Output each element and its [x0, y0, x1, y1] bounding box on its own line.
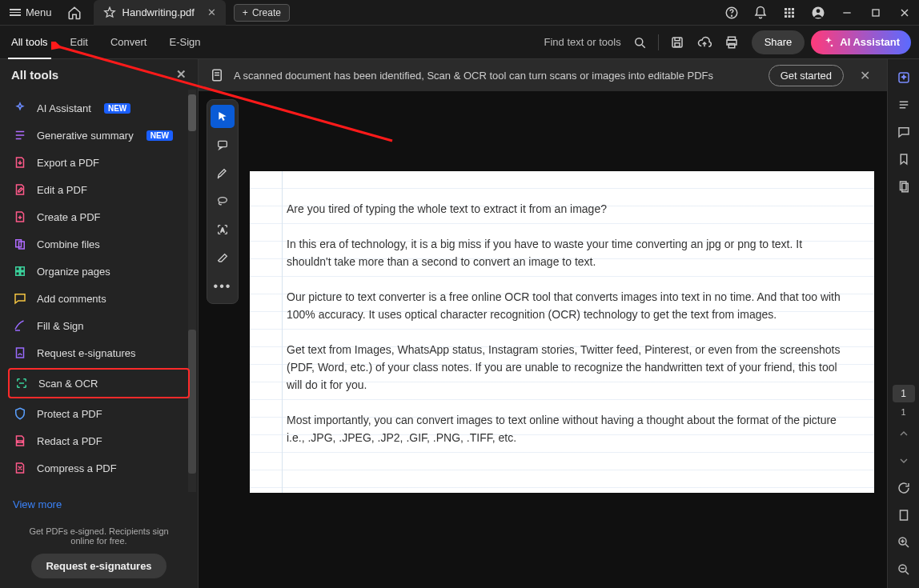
more-tools[interactable]: •••	[211, 275, 235, 298]
document-area: A scanned document has been identified, …	[199, 59, 887, 588]
tab-label: Convert	[110, 36, 147, 48]
chevron-down-icon	[897, 454, 910, 467]
sidebar-item-fill-sign[interactable]: Fill & Sign	[0, 312, 198, 339]
text-tool[interactable]: A	[211, 218, 235, 242]
svg-rect-8	[785, 15, 787, 18]
bookmarks-panel-button[interactable]	[892, 147, 916, 171]
title-bar: Menu Handwriting.pdf ✕ + Create	[0, 0, 919, 26]
save-icon	[670, 35, 684, 50]
thumbnails-panel-button[interactable]	[892, 174, 916, 198]
sidebar-item-create-a-pdf[interactable]: Create a PDF	[0, 203, 198, 230]
maximize-button[interactable]	[861, 0, 890, 26]
ai-assistant-button[interactable]: AI Assistant	[811, 30, 911, 54]
account-button[interactable]	[804, 0, 833, 26]
document-page: Are you tired of typing the whole text t…	[250, 171, 874, 493]
search-button[interactable]	[626, 29, 653, 56]
sidebar-item-ai-assistant[interactable]: AI AssistantNEW	[0, 94, 198, 122]
upload-button[interactable]	[691, 29, 718, 56]
get-started-button[interactable]: Get started	[769, 65, 844, 86]
tab-convert[interactable]: Convert	[99, 26, 159, 59]
comments-panel-button[interactable]	[892, 120, 916, 144]
zoom-out-button[interactable]	[892, 558, 916, 582]
svg-line-36	[905, 544, 909, 547]
view-more-link[interactable]: View more	[0, 492, 198, 517]
page-indicator[interactable]: 1	[893, 385, 915, 402]
sidebar-item-label: Scan & OCR	[38, 378, 98, 390]
svg-point-17	[635, 38, 642, 45]
sidebar-item-protect-a-pdf[interactable]: Protect a PDF	[0, 400, 198, 427]
save-button[interactable]	[664, 29, 691, 56]
sidebar-close-button[interactable]: ✕	[176, 67, 187, 82]
tab-esign[interactable]: E-Sign	[158, 26, 211, 59]
tool-icon	[14, 376, 29, 390]
sidebar-item-scan-ocr[interactable]: Scan & OCR	[8, 368, 190, 398]
close-window-button[interactable]	[890, 0, 919, 26]
svg-text:A: A	[221, 227, 225, 233]
tool-icon	[13, 182, 27, 197]
sidebar-item-label: Combine files	[37, 238, 100, 250]
sidebar-item-request-e-signatures[interactable]: Request e-signatures	[0, 339, 198, 366]
tab-edit[interactable]: Edit	[59, 26, 99, 59]
tool-icon	[13, 406, 27, 421]
fit-page-button[interactable]	[892, 503, 916, 527]
page-down-button[interactable]	[892, 449, 916, 473]
tab-all-tools[interactable]: All tools	[0, 26, 59, 59]
home-button[interactable]	[62, 0, 87, 26]
tab-close-button[interactable]: ✕	[207, 6, 216, 18]
select-tool[interactable]	[211, 105, 235, 128]
svg-line-18	[642, 45, 645, 48]
minimize-icon	[841, 6, 853, 19]
sidebar-item-generative-summary[interactable]: Generative summaryNEW	[0, 122, 198, 149]
erase-tool[interactable]	[211, 246, 235, 270]
sidebar-item-compress-a-pdf[interactable]: Compress a PDF	[0, 454, 198, 482]
create-label: Create	[252, 7, 281, 18]
svg-rect-10	[792, 15, 794, 18]
share-button[interactable]: Share	[752, 30, 805, 54]
banner-close-button[interactable]: ✕	[853, 68, 876, 83]
plus-icon: +	[243, 7, 248, 18]
sidebar-item-edit-a-pdf[interactable]: Edit a PDF	[0, 176, 198, 203]
minimize-button[interactable]	[833, 0, 861, 26]
help-button[interactable]	[717, 0, 746, 26]
sidebar-item-organize-pages[interactable]: Organize pages	[0, 258, 198, 285]
comment-tool[interactable]	[211, 133, 235, 156]
svg-rect-20	[675, 42, 680, 46]
request-signatures-button[interactable]: Request e-signatures	[31, 554, 166, 578]
page-up-button[interactable]	[892, 422, 916, 446]
svg-point-29	[219, 198, 227, 203]
handwriting-line: Most importantly, you can convert images…	[287, 411, 845, 446]
svg-line-40	[905, 571, 909, 574]
fit-page-icon	[897, 508, 911, 522]
chat-icon	[897, 125, 911, 139]
create-button[interactable]: + Create	[234, 4, 290, 22]
sidebar-item-label: Compress a PDF	[37, 462, 117, 474]
tool-icon	[13, 346, 27, 360]
maximize-icon	[869, 6, 882, 19]
pages-icon	[897, 179, 911, 194]
summary-panel-button[interactable]	[892, 93, 916, 117]
sidebar-item-label: Organize pages	[37, 266, 110, 278]
cloud-upload-icon	[697, 35, 712, 50]
search-icon	[632, 35, 647, 50]
print-button[interactable]	[718, 29, 745, 56]
sidebar-item-export-a-pdf[interactable]: Export a PDF	[0, 149, 198, 176]
sidebar-item-label: Create a PDF	[37, 211, 100, 223]
svg-rect-14	[873, 10, 879, 16]
draw-tool[interactable]	[211, 190, 235, 213]
sidebar-item-combine-files[interactable]: Combine files	[0, 230, 198, 258]
grid-icon	[782, 6, 797, 20]
sidebar-item-label: Protect a PDF	[37, 408, 102, 420]
sidebar-item-redact-a-pdf[interactable]: Redact a PDF	[0, 427, 198, 454]
highlight-tool[interactable]	[211, 162, 235, 185]
page-viewport[interactable]: Are you tired of typing the whole text t…	[239, 91, 887, 588]
notifications-button[interactable]	[746, 0, 775, 26]
ai-panel-button[interactable]	[892, 66, 916, 90]
document-tab[interactable]: Handwriting.pdf ✕	[94, 0, 226, 26]
tool-icon	[13, 128, 27, 142]
zoom-in-button[interactable]	[892, 530, 916, 554]
rotate-button[interactable]	[892, 476, 916, 500]
menu-button[interactable]: Menu	[0, 0, 62, 25]
apps-button[interactable]	[775, 0, 804, 26]
sidebar-item-add-comments[interactable]: Add comments	[0, 285, 198, 312]
document-scan-icon	[210, 68, 224, 82]
